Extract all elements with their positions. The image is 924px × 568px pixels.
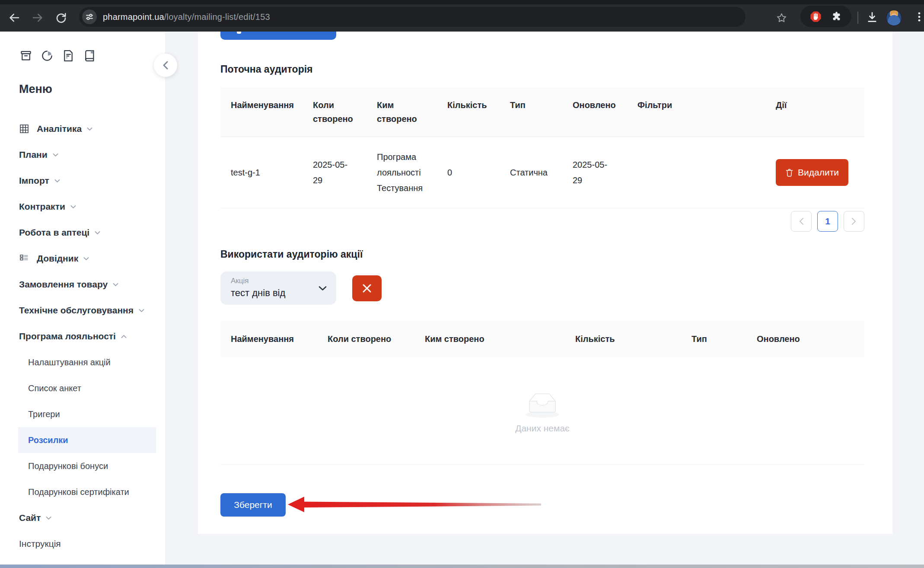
chevron-up-icon <box>121 335 127 338</box>
current-audience-table: Найменування Коли створено Ким створено … <box>220 87 864 208</box>
chevron-down-icon <box>95 231 100 235</box>
sidebar-subitem-promo-settings[interactable]: Налаштування акцій <box>0 349 165 375</box>
trash-icon <box>785 168 793 177</box>
browser-reload-icon[interactable] <box>54 11 67 24</box>
browser-menu-icon[interactable] <box>913 11 924 23</box>
sidebar-subitem-gift-certificates[interactable]: Подарункові сертифікати <box>0 479 165 505</box>
sidebar-menu-title: Меню <box>19 83 52 96</box>
sidebar: Меню Аналітика Плани Імпорт <box>0 32 166 565</box>
adblock-extension-icon[interactable] <box>809 10 822 23</box>
column-header: Ким створено <box>366 87 437 137</box>
pagination: 1 <box>220 211 864 232</box>
sidebar-item-import[interactable]: Імпорт <box>0 168 165 194</box>
column-header: Ким створено <box>414 321 565 357</box>
promo-select-row: Акція тест днів від <box>220 271 382 305</box>
sidebar-item-pharmacy-work[interactable]: Робота в аптеці <box>0 220 165 246</box>
chevron-down-icon <box>54 179 60 183</box>
book-icon[interactable] <box>83 49 96 63</box>
sidebar-item-contracts[interactable]: Контракти <box>0 194 165 220</box>
chevron-down-icon <box>70 205 76 209</box>
cell-updated-at: 2025-05-29 <box>562 145 627 200</box>
column-header: Тип <box>500 87 562 137</box>
extensions-puzzle-icon[interactable] <box>831 11 842 22</box>
promo-audience-table: Найменування Коли створено Ким створено … <box>220 321 864 465</box>
empty-inbox-icon <box>522 388 563 419</box>
column-header: Коли створено <box>303 87 366 137</box>
sidebar-item-plans[interactable]: Плани <box>0 142 165 168</box>
sidebar-item-analytics[interactable]: Аналітика <box>0 116 165 142</box>
archive-icon[interactable] <box>19 49 33 63</box>
cell-type: Статична <box>500 153 562 192</box>
promo-select-value: тест днів від <box>231 287 285 299</box>
horizontal-scrollbar[interactable] <box>0 565 924 568</box>
chevron-left-icon <box>162 61 169 70</box>
close-icon <box>362 283 372 294</box>
table-header-row: Найменування Коли створено Ким створено … <box>220 321 864 357</box>
sidebar-item-loyalty-program[interactable]: Програма лояльності <box>0 323 165 349</box>
main-content: Поточна аудиторія Найменування Коли ство… <box>166 32 924 565</box>
save-button[interactable]: Зберегти <box>220 493 286 517</box>
sidebar-item-instruction[interactable]: Інструкція <box>0 531 165 557</box>
column-header: Оновлено <box>746 321 864 357</box>
grid-icon <box>19 124 29 134</box>
chevron-down-icon <box>319 286 327 290</box>
cell-created-at: 2025-05-29 <box>303 145 366 200</box>
column-header: Дії <box>765 87 864 137</box>
browser-tabstrip <box>0 0 924 4</box>
chevron-down-icon <box>83 257 89 261</box>
sidebar-shortcuts <box>19 49 96 63</box>
cell-filters <box>627 160 765 185</box>
pagination-prev-button[interactable] <box>791 211 812 232</box>
pagination-page-1[interactable]: 1 <box>817 211 838 232</box>
column-header: Коли створено <box>317 321 414 357</box>
sidebar-item-maintenance[interactable]: Технічне обслуговування <box>0 297 165 323</box>
sidebar-item-site[interactable]: Сайт <box>0 505 165 531</box>
chevron-down-icon <box>87 127 92 131</box>
document-icon[interactable] <box>61 49 75 63</box>
browser-profile-avatar[interactable] <box>886 10 902 26</box>
extensions-pill <box>800 6 851 27</box>
sidebar-item-directory[interactable]: Довідник <box>0 246 165 271</box>
sidebar-subitem-gift-bonuses[interactable]: Подарункові бонуси <box>0 453 165 479</box>
sidebar-subitem-questionnaires[interactable]: Список анкет <box>0 375 165 401</box>
table-header-row: Найменування Коли створено Ким створено … <box>220 87 864 137</box>
sidebar-item-goods-order[interactable]: Замовлення товару <box>0 271 165 297</box>
address-bar[interactable]: pharmapoint.ua/loyalty/mailing-list/edit… <box>79 7 746 27</box>
sidebar-subitem-triggers[interactable]: Тригери <box>0 401 165 427</box>
chevron-down-icon <box>113 283 118 287</box>
empty-state: Даних немає <box>220 357 864 465</box>
sidebar-subitem-mailings[interactable]: Розсилки <box>18 427 156 453</box>
column-header: Тип <box>681 321 746 357</box>
clear-selection-button[interactable] <box>352 275 382 301</box>
scrollbar-thumb[interactable] <box>0 565 924 568</box>
site-settings-icon[interactable] <box>82 10 97 24</box>
chevron-down-icon <box>53 153 58 157</box>
sidebar-menu: Аналітика Плани Імпорт Контракти Робота … <box>0 116 165 557</box>
bookmark-star-icon[interactable] <box>776 12 787 24</box>
content-card: Поточна аудиторія Найменування Коли ство… <box>198 32 892 534</box>
url-text: pharmapoint.ua/loyalty/mailing-list/edit… <box>103 12 270 22</box>
column-header: Оновлено <box>562 87 627 137</box>
empty-state-text: Даних немає <box>515 423 570 434</box>
column-header: Фільтри <box>627 87 765 137</box>
list-icon <box>19 253 29 264</box>
chevron-right-icon <box>851 217 857 225</box>
browser-forward-icon[interactable] <box>31 11 44 24</box>
add-audience-button-partial[interactable] <box>220 32 336 40</box>
pie-chart-icon[interactable] <box>40 49 54 63</box>
promo-select-label: Акція <box>231 277 249 285</box>
pagination-next-button[interactable] <box>844 211 864 232</box>
chevron-left-icon <box>799 217 804 225</box>
column-header: Кількість <box>565 321 681 357</box>
delete-button[interactable]: Видалити <box>776 159 848 186</box>
current-audience-title: Поточна аудиторія <box>220 64 313 75</box>
downloads-icon[interactable] <box>866 11 879 24</box>
promo-select[interactable]: Акція тест днів від <box>220 271 336 305</box>
table-row: test-g-1 2025-05-29 Програма лояльності … <box>220 137 864 208</box>
browser-toolbar: pharmapoint.ua/loyalty/mailing-list/edit… <box>0 0 924 32</box>
chevron-down-icon <box>139 309 144 313</box>
toolbar-divider <box>857 12 858 24</box>
cell-name: test-g-1 <box>220 153 303 192</box>
browser-back-icon[interactable] <box>8 11 21 24</box>
sidebar-collapse-button[interactable] <box>154 54 177 77</box>
